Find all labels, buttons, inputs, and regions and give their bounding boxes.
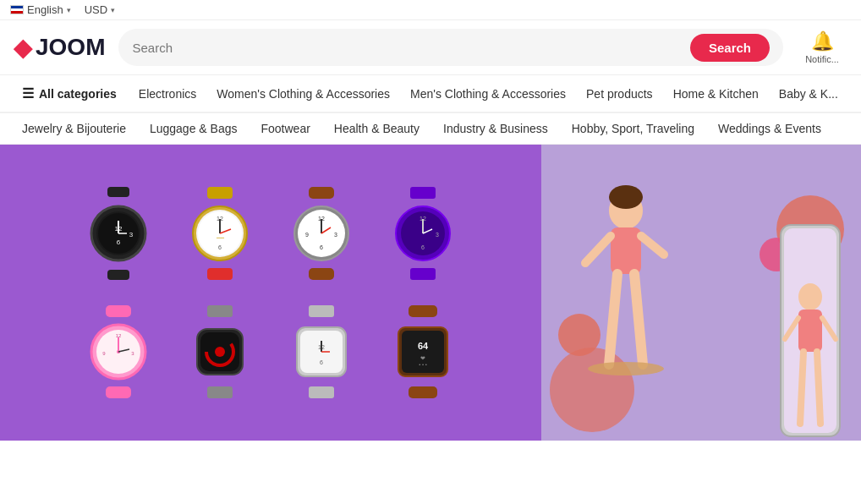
svg-text:12: 12 [116, 333, 122, 338]
watch-4: 12 3 6 [376, 178, 469, 288]
figure-left [567, 170, 685, 441]
notification-label: Notific... [805, 54, 839, 64]
logo-icon: ◆ [14, 34, 32, 62]
currency-chevron: ▾ [111, 6, 115, 14]
svg-line-83 [609, 274, 617, 364]
svg-rect-55 [309, 305, 334, 317]
svg-rect-63 [409, 305, 437, 317]
logo-text: JOOM [36, 34, 105, 61]
watch-5: 12 9 3 [72, 297, 165, 407]
hamburger-icon: ☰ [22, 85, 34, 101]
watch-8: 64 ❤ • • • [376, 297, 469, 407]
all-categories-menu[interactable]: ☰ All categories [10, 75, 129, 112]
svg-rect-21 [309, 268, 334, 280]
watch-6 [173, 297, 266, 407]
watch-2: 12 6 ━━━ [173, 178, 266, 288]
nav-home-kitchen[interactable]: Home & Kitchen [663, 77, 769, 111]
watch-7: 12 6 [275, 297, 368, 407]
svg-point-79 [609, 185, 643, 209]
main-nav: ☰ All categories Electronics Women's Clo… [0, 75, 861, 113]
nav-industry[interactable]: Industry & Business [431, 113, 560, 144]
watch-1: 12 6 3 [72, 178, 165, 288]
top-bar: English ▾ USD ▾ [0, 0, 861, 20]
svg-line-76 [800, 352, 803, 424]
header: ◆ JOOM Search 🔔 Notific... [0, 20, 861, 75]
nav-weddings[interactable]: Weddings & Events [706, 113, 833, 144]
svg-rect-1 [107, 270, 129, 280]
notification-icon: 🔔 [811, 30, 834, 52]
svg-rect-10 [207, 187, 233, 199]
nav-jewelry[interactable]: Jewelry & Bijouterie [10, 113, 138, 144]
nav-mens[interactable]: Men's Clothing & Accessories [400, 77, 576, 111]
banner-left[interactable]: 12 6 3 12 6 [0, 145, 541, 441]
svg-text:6: 6 [117, 238, 121, 246]
svg-text:3: 3 [334, 232, 337, 238]
flag-icon [10, 5, 24, 14]
svg-text:• • •: • • • [419, 362, 427, 367]
svg-rect-49 [207, 305, 233, 317]
language-label: English [27, 3, 63, 16]
svg-rect-11 [207, 268, 233, 280]
logo[interactable]: ◆ JOOM [14, 34, 105, 62]
nav-health-beauty[interactable]: Health & Beauty [322, 113, 431, 144]
currency-selector[interactable]: USD ▾ [85, 3, 115, 16]
banners-section: 12 6 3 12 6 [0, 145, 861, 441]
svg-rect-73 [798, 310, 822, 352]
language-chevron: ▾ [67, 6, 71, 14]
svg-text:3: 3 [436, 232, 439, 238]
nav-footwear[interactable]: Footwear [249, 113, 321, 144]
nav-electronics[interactable]: Electronics [129, 77, 206, 111]
svg-line-84 [634, 274, 643, 364]
svg-rect-64 [409, 386, 437, 398]
search-container: Search [118, 29, 783, 66]
svg-rect-20 [309, 187, 334, 199]
svg-point-54 [215, 347, 225, 357]
all-categories-label: All categories [39, 87, 117, 101]
notification-area[interactable]: 🔔 Notific... [797, 30, 847, 64]
nav-hobby[interactable]: Hobby, Sport, Traveling [560, 113, 706, 144]
svg-point-85 [588, 362, 664, 375]
search-input[interactable] [132, 41, 683, 55]
nav-luggage[interactable]: Luggage & Bags [138, 113, 250, 144]
svg-text:64: 64 [418, 341, 429, 351]
nav-pets[interactable]: Pet products [576, 77, 663, 111]
svg-text:6: 6 [320, 244, 323, 250]
svg-line-81 [585, 236, 611, 263]
svg-rect-80 [611, 227, 641, 274]
svg-text:6: 6 [218, 244, 222, 250]
banner-right[interactable] [541, 145, 861, 441]
svg-rect-56 [309, 386, 334, 398]
nav-womens[interactable]: Women's Clothing & Accessories [206, 77, 400, 111]
language-selector[interactable]: English ▾ [10, 3, 71, 16]
svg-rect-30 [410, 187, 436, 199]
svg-text:9: 9 [305, 232, 309, 238]
watches-grid: 12 6 3 12 6 [55, 162, 486, 424]
svg-text:6: 6 [320, 359, 323, 365]
svg-point-72 [798, 283, 822, 310]
secondary-nav: Jewelry & Bijouterie Luggage & Bags Foot… [0, 113, 861, 145]
right-banner-content [541, 145, 861, 441]
svg-line-77 [817, 352, 820, 424]
svg-line-82 [641, 236, 664, 255]
svg-rect-40 [106, 386, 131, 398]
svg-text:6: 6 [421, 244, 425, 250]
svg-text:3: 3 [129, 231, 134, 238]
svg-rect-0 [107, 187, 129, 197]
phone-frame [776, 221, 844, 441]
svg-rect-39 [106, 305, 131, 317]
nav-baby[interactable]: Baby & K... [769, 77, 848, 111]
search-button[interactable]: Search [690, 34, 770, 62]
svg-text:❤: ❤ [420, 355, 425, 361]
svg-text:━━━: ━━━ [216, 235, 225, 240]
currency-label: USD [85, 3, 107, 16]
svg-rect-31 [410, 268, 436, 280]
watch-3: 12 3 6 9 [275, 178, 368, 288]
svg-rect-50 [207, 386, 233, 398]
